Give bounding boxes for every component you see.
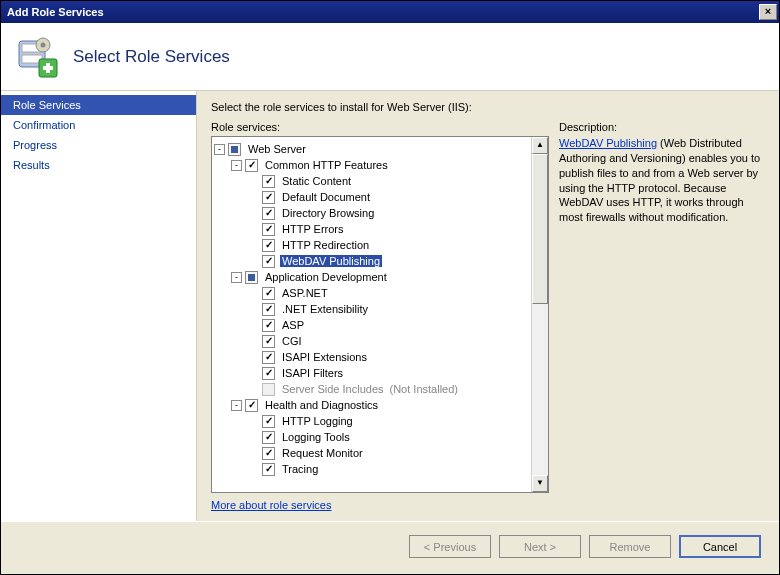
checkbox[interactable]: [262, 191, 275, 204]
tree-node[interactable]: ASP: [214, 317, 546, 333]
wizard-steps-sidebar: Role Services Confirmation Progress Resu…: [1, 91, 197, 521]
sidebar-item-confirmation[interactable]: Confirmation: [1, 115, 196, 135]
tree-node-label[interactable]: Logging Tools: [280, 431, 352, 443]
sidebar-item-results[interactable]: Results: [1, 155, 196, 175]
checkbox[interactable]: [262, 239, 275, 252]
tree-node[interactable]: WebDAV Publishing: [214, 253, 546, 269]
tree-node[interactable]: Directory Browsing: [214, 205, 546, 221]
tree-node-label[interactable]: ASP: [280, 319, 306, 331]
next-button[interactable]: Next >: [499, 535, 581, 558]
tree-node[interactable]: -Web Server: [214, 141, 546, 157]
page-title: Select Role Services: [73, 47, 230, 67]
checkbox[interactable]: [262, 255, 275, 268]
tree-node-label[interactable]: .NET Extensibility: [280, 303, 370, 315]
checkbox[interactable]: [262, 351, 275, 364]
checkbox[interactable]: [262, 319, 275, 332]
tree-node-label[interactable]: WebDAV Publishing: [280, 255, 382, 267]
tree-node-label[interactable]: Server Side Includes: [280, 383, 386, 395]
tree-node-label[interactable]: Health and Diagnostics: [263, 399, 380, 411]
tree-node[interactable]: HTTP Logging: [214, 413, 546, 429]
checkbox[interactable]: [245, 159, 258, 172]
description-link[interactable]: WebDAV Publishing: [559, 137, 657, 149]
tree-node[interactable]: CGI: [214, 333, 546, 349]
expander-icon[interactable]: -: [231, 400, 242, 411]
wizard-header: Select Role Services: [1, 23, 779, 91]
tree-node-label[interactable]: Static Content: [280, 175, 353, 187]
tree-node[interactable]: Static Content: [214, 173, 546, 189]
tree-node-label[interactable]: Common HTTP Features: [263, 159, 390, 171]
tree-node-label[interactable]: HTTP Redirection: [280, 239, 371, 251]
scroll-thumb[interactable]: [532, 154, 548, 304]
checkbox[interactable]: [262, 207, 275, 220]
tree-label: Role services:: [211, 121, 549, 133]
scroll-up-button[interactable]: ▲: [532, 137, 548, 154]
tree-node[interactable]: ISAPI Extensions: [214, 349, 546, 365]
checkbox[interactable]: [262, 463, 275, 476]
checkbox: [262, 383, 275, 396]
checkbox[interactable]: [262, 447, 275, 460]
close-button[interactable]: ×: [759, 4, 777, 20]
tree-node-label[interactable]: Web Server: [246, 143, 308, 155]
role-services-icon: [15, 35, 59, 79]
previous-button[interactable]: < Previous: [409, 535, 491, 558]
tree-node-label[interactable]: HTTP Logging: [280, 415, 355, 427]
tree-node[interactable]: HTTP Redirection: [214, 237, 546, 253]
tree-node[interactable]: HTTP Errors: [214, 221, 546, 237]
button-bar: < Previous Next > Remove Cancel: [1, 521, 779, 571]
tree-node[interactable]: -Application Development: [214, 269, 546, 285]
checkbox[interactable]: [262, 335, 275, 348]
tree-node-label[interactable]: ASP.NET: [280, 287, 330, 299]
description-text: WebDAV Publishing (Web Distributed Autho…: [559, 136, 765, 225]
sidebar-item-progress[interactable]: Progress: [1, 135, 196, 155]
role-services-tree[interactable]: -Web Server-Common HTTP FeaturesStatic C…: [211, 136, 549, 493]
expander-icon[interactable]: -: [214, 144, 225, 155]
more-about-link[interactable]: More about role services: [211, 499, 549, 511]
sidebar-item-role-services[interactable]: Role Services: [1, 95, 196, 115]
titlebar: Add Role Services ×: [1, 1, 779, 23]
checkbox[interactable]: [262, 175, 275, 188]
expander-icon[interactable]: -: [231, 272, 242, 283]
tree-node-label[interactable]: HTTP Errors: [280, 223, 346, 235]
checkbox[interactable]: [245, 399, 258, 412]
remove-button[interactable]: Remove: [589, 535, 671, 558]
tree-node[interactable]: Tracing: [214, 461, 546, 477]
tree-node-label[interactable]: Directory Browsing: [280, 207, 376, 219]
checkbox[interactable]: [245, 271, 258, 284]
tree-node[interactable]: ISAPI Filters: [214, 365, 546, 381]
tree-node[interactable]: Server Side Includes(Not Installed): [214, 381, 546, 397]
tree-node-hint: (Not Installed): [390, 383, 458, 395]
tree-node-label[interactable]: Application Development: [263, 271, 389, 283]
tree-node[interactable]: Request Monitor: [214, 445, 546, 461]
tree-node[interactable]: Logging Tools: [214, 429, 546, 445]
svg-rect-7: [43, 66, 53, 70]
tree-node-label[interactable]: CGI: [280, 335, 304, 347]
tree-node-label[interactable]: Default Document: [280, 191, 372, 203]
checkbox[interactable]: [262, 223, 275, 236]
checkbox[interactable]: [262, 287, 275, 300]
content-area: Select the role services to install for …: [197, 91, 779, 521]
tree-node[interactable]: ASP.NET: [214, 285, 546, 301]
expander-icon[interactable]: -: [231, 160, 242, 171]
tree-node-label[interactable]: Tracing: [280, 463, 320, 475]
checkbox[interactable]: [228, 143, 241, 156]
instruction-text: Select the role services to install for …: [211, 101, 765, 113]
tree-node[interactable]: .NET Extensibility: [214, 301, 546, 317]
window-title: Add Role Services: [7, 6, 104, 18]
tree-node-label[interactable]: ISAPI Filters: [280, 367, 345, 379]
tree-node[interactable]: -Common HTTP Features: [214, 157, 546, 173]
cancel-button[interactable]: Cancel: [679, 535, 761, 558]
tree-node-label[interactable]: ISAPI Extensions: [280, 351, 369, 363]
tree-node-label[interactable]: Request Monitor: [280, 447, 365, 459]
checkbox[interactable]: [262, 415, 275, 428]
checkbox[interactable]: [262, 303, 275, 316]
checkbox[interactable]: [262, 367, 275, 380]
svg-point-4: [41, 42, 46, 47]
description-body: (Web Distributed Authoring and Versionin…: [559, 137, 760, 223]
scroll-down-button[interactable]: ▼: [532, 475, 548, 492]
description-label: Description:: [559, 121, 765, 133]
tree-node[interactable]: Default Document: [214, 189, 546, 205]
tree-node[interactable]: -Health and Diagnostics: [214, 397, 546, 413]
tree-scrollbar[interactable]: ▲ ▼: [531, 137, 548, 492]
checkbox[interactable]: [262, 431, 275, 444]
